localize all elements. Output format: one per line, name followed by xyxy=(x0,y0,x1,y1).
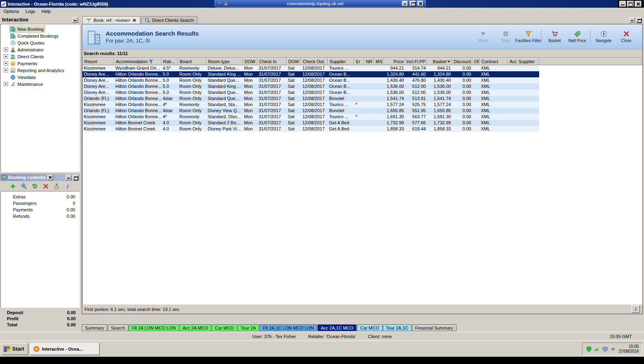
expand-icon[interactable] xyxy=(4,47,8,52)
result-row-8[interactable]: Orlando (FL)Hilton Orlando Bonne...4star… xyxy=(83,108,539,114)
booking-contents-float-button[interactable] xyxy=(72,175,79,180)
minimize-button[interactable] xyxy=(619,1,626,7)
result-row-4[interactable]: Disney Are...Hilton Orlando Bonne...5.0R… xyxy=(83,83,539,89)
booking-contents-row-passengers[interactable]: Passengers0 xyxy=(1,200,79,206)
column-header-contract[interactable]: Contract xyxy=(480,58,508,65)
sidebar-item-viewdata[interactable]: Viewdata xyxy=(1,74,79,81)
menu-options[interactable]: Options xyxy=(0,8,22,15)
column-header-room-type[interactable]: Room type xyxy=(206,58,243,65)
result-row-9[interactable]: KissimmeeHilton Orlando Bonne...4*Roomon… xyxy=(83,114,539,120)
column-header-rati[interactable]: Rati... xyxy=(162,58,178,65)
sidebar-item-quick-quotes[interactable]: Quick Quotes xyxy=(1,39,79,46)
column-header-price[interactable]: Price xyxy=(383,58,405,65)
sidebar-item-reporting-and-analytics[interactable]: Reporting and Analytics xyxy=(1,67,79,74)
menu-help[interactable]: Help xyxy=(38,8,54,15)
collapse-sidebar-button[interactable] xyxy=(72,17,78,23)
taskbar-clock[interactable]: 15:05 27/08/2016 xyxy=(618,344,639,354)
sidebar-item-administrator[interactable]: Administrator xyxy=(1,46,79,53)
column-header-incl-fl-pp[interactable]: Incl.Fl.PP xyxy=(405,58,427,65)
export-button[interactable] xyxy=(53,183,60,190)
sidebar-item-new-booking[interactable]: New Booking xyxy=(1,26,79,32)
expand-icon[interactable] xyxy=(4,61,8,66)
result-row-1[interactable]: KissimmeeWyndham Grand Orl...4.5*Roomonl… xyxy=(83,65,539,71)
basket-button[interactable]: Basket xyxy=(543,29,566,44)
menu-logs[interactable]: Logs xyxy=(22,8,38,15)
booking-contents-minimize-button[interactable] xyxy=(66,175,72,180)
taskbar-app-button[interactable]: Interactive - Ocea... xyxy=(30,343,100,355)
bottom-tab-financial-summary[interactable]: Financial Summary xyxy=(412,324,457,331)
cell-check-out: 12/08/2017 xyxy=(301,96,328,102)
sidebar-item-completed-bookings[interactable]: Completed Bookings xyxy=(1,32,79,39)
bottom-tab-acc-2a-mco[interactable]: Acc 2A MCO xyxy=(179,324,211,331)
booking-contents-row-refunds[interactable]: Refunds0.00 xyxy=(1,213,79,219)
sidebar-item-maintenance[interactable]: Maintenance xyxy=(1,81,79,87)
bottom-tab-flt-2a-1c-lon-mco-lon[interactable]: Flt 2A,1C LON MCO LON xyxy=(259,324,317,331)
restore-button[interactable] xyxy=(627,1,634,7)
tab-close-icon[interactable] xyxy=(132,18,137,23)
column-header-basket[interactable]: Basket xyxy=(427,58,452,65)
column-header-of[interactable]: Of xyxy=(472,58,480,65)
result-row-10[interactable]: KissimmeeHilton Bonnet Creek4.0Room Only… xyxy=(83,120,539,126)
rdp-restore-button[interactable] xyxy=(410,1,416,6)
bottom-tab-car-mco[interactable]: Car MCO xyxy=(212,324,237,331)
column-header-board[interactable]: Board xyxy=(178,58,206,65)
booking-contents-close-button[interactable] xyxy=(47,175,53,180)
result-row-2[interactable]: Disney Are...Hilton Orlando Bonne...5.0R… xyxy=(83,71,539,77)
booking-contents-row-extras[interactable]: Extras0.00 xyxy=(1,194,79,200)
shield-icon[interactable] xyxy=(586,346,592,352)
search-globe-button[interactable] xyxy=(20,183,28,190)
sidebar-item-payments[interactable]: Payments xyxy=(1,60,79,67)
booking-contents-row-payments[interactable]: Payments0.00 xyxy=(1,206,79,213)
expand-icon[interactable] xyxy=(4,68,8,72)
result-row-3[interactable]: Disney Are...Hilton Orlando Bonne...5.0R… xyxy=(83,77,539,83)
column-header-discount[interactable]: Discount xyxy=(452,58,472,65)
bottom-tab-search[interactable]: Search xyxy=(108,324,128,331)
column-header-check-in[interactable]: Check In xyxy=(257,58,287,65)
bottom-tab-tour-2a[interactable]: Tour 2A xyxy=(238,324,259,331)
sidebar-item-direct-clients[interactable]: Direct Clients xyxy=(1,53,79,60)
expand-icon[interactable] xyxy=(4,54,8,59)
panel-minimize-button[interactable] xyxy=(629,17,635,23)
column-header-check-out[interactable]: Check Out xyxy=(301,58,328,65)
close-button[interactable]: Close xyxy=(615,29,638,44)
column-header-nr[interactable]: NR xyxy=(364,58,374,65)
close-button[interactable] xyxy=(635,1,642,7)
tab-book-ref-none[interactable]: Book. ref.: <none> xyxy=(82,16,140,24)
start-button[interactable]: Start xyxy=(1,343,28,355)
column-header-ms[interactable]: MS xyxy=(374,58,383,65)
delete-button[interactable] xyxy=(42,183,49,190)
info-button[interactable]: i xyxy=(64,183,71,190)
bottom-tab-acc-2a-1c-mco[interactable]: Acc 2A,1C MCO xyxy=(317,324,357,331)
bottom-tab-flt-2a-lon-mco-lon[interactable]: Flt 2A LON MCO LON xyxy=(129,324,179,331)
result-row-7[interactable]: KissimmeeHilton Orlando Bonne...4*Roomon… xyxy=(83,102,539,108)
expand-icon[interactable] xyxy=(4,82,8,86)
column-header-er[interactable]: Er xyxy=(354,58,364,65)
column-header-resort[interactable]: Resort xyxy=(83,58,114,65)
display-icon[interactable] xyxy=(602,346,608,352)
column-header-supplier[interactable]: Supplier xyxy=(328,58,354,65)
add-button[interactable] xyxy=(9,183,17,190)
column-header-dow[interactable]: DOW xyxy=(287,58,301,65)
column-header-dow[interactable]: DOW xyxy=(243,58,257,65)
result-row-11[interactable]: KissimmeeHilton Bonnet Creek4.0Room Only… xyxy=(83,126,539,132)
pin-icon[interactable] xyxy=(217,1,222,6)
rdp-close-button[interactable] xyxy=(417,1,423,6)
facilities-filter-button[interactable]: Facilities Filter xyxy=(517,29,540,44)
bottom-tab-car-mco[interactable]: Car MCO xyxy=(357,324,382,331)
network-icon[interactable] xyxy=(594,346,600,352)
bottom-tab-summary[interactable]: Summary xyxy=(82,324,107,331)
rdp-minimize-button[interactable] xyxy=(402,1,408,6)
volume-icon[interactable] xyxy=(610,346,616,352)
result-row-6[interactable]: Orlando (FL)Hilton Orlando Bonne...4star… xyxy=(83,96,539,102)
result-row-5[interactable]: Disney Are...Hilton Orlando Bonne...5.0R… xyxy=(83,89,539,96)
bottom-tab-tour-2a-1c[interactable]: Tour 2A,1C xyxy=(383,324,412,331)
nett-price-button[interactable]: Nett Price xyxy=(566,29,589,44)
panel-restore-button[interactable] xyxy=(636,17,642,23)
column-header-accommodation[interactable]: Accommodation xyxy=(114,58,162,65)
column-header-act-supplier[interactable]: Act. Supplier xyxy=(508,58,539,65)
cell-dow: Mon xyxy=(243,114,257,120)
to-basket-button[interactable] xyxy=(31,183,38,190)
tab-direct-clients-search[interactable]: Direct Clients Search xyxy=(141,16,198,24)
navigate-button[interactable]: Navigate xyxy=(592,29,615,44)
info-button[interactable]: i xyxy=(631,305,640,313)
